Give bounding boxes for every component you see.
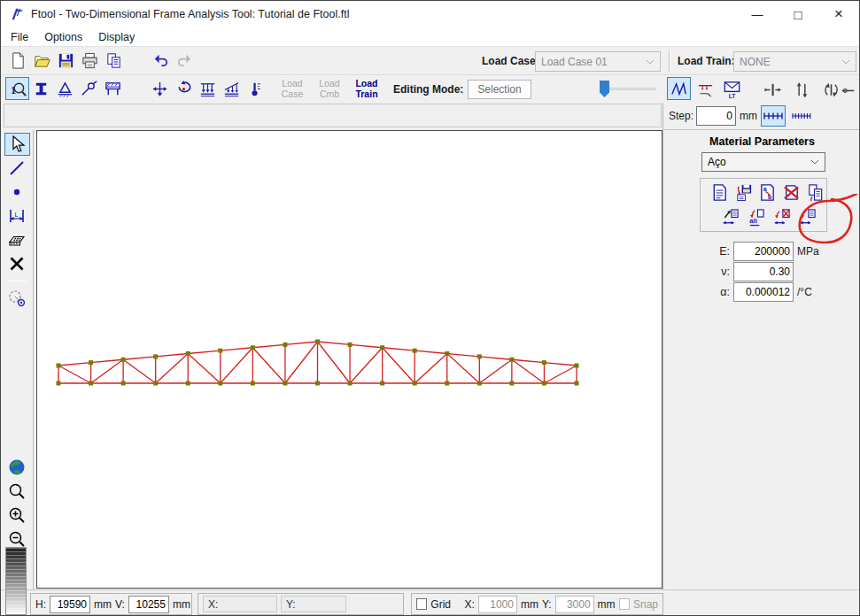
move-horizontal-icon bbox=[763, 81, 782, 99]
attribute-strip bbox=[4, 104, 662, 127]
load-case-dropdown[interactable]: Load Case 01 bbox=[535, 51, 661, 72]
mat-new-button[interactable] bbox=[709, 181, 731, 204]
mat-copy-button[interactable] bbox=[804, 181, 826, 204]
svg-text:all: all bbox=[749, 217, 756, 225]
load-train-button[interactable]: LoadTrain bbox=[352, 79, 382, 99]
mat-get-from-member-icon bbox=[798, 208, 817, 227]
support-button[interactable] bbox=[53, 77, 77, 100]
load-train-dropdown[interactable]: NONE bbox=[733, 51, 856, 72]
new-file-button[interactable] bbox=[6, 49, 30, 72]
move-vertical-button[interactable] bbox=[790, 78, 813, 101]
mat-delete-button[interactable] bbox=[780, 181, 802, 204]
material-dropdown[interactable]: Aço bbox=[701, 152, 825, 172]
editing-mode-label: Editing Mode: bbox=[393, 83, 463, 96]
mat-apply-all-button[interactable]: all bbox=[745, 206, 767, 228]
temperature-button[interactable] bbox=[244, 77, 267, 100]
mat-apply-selected-button[interactable] bbox=[771, 206, 793, 228]
keyboard-input-button[interactable] bbox=[4, 228, 30, 251]
copy-icon bbox=[105, 51, 123, 70]
maximize-button[interactable]: □ bbox=[778, 1, 818, 27]
step-increment-button[interactable] bbox=[761, 105, 786, 127]
diagram-display-icon bbox=[670, 80, 688, 98]
temperature-icon bbox=[246, 80, 265, 98]
new-file-icon bbox=[9, 51, 27, 70]
titlebar: Ftool - Two-Dimensional Frame Analysis T… bbox=[1, 1, 859, 27]
dimension-button[interactable]: L bbox=[4, 204, 30, 227]
world-view-button[interactable] bbox=[4, 456, 30, 479]
select-cursor-button[interactable] bbox=[4, 133, 30, 156]
redo-button[interactable] bbox=[173, 49, 197, 72]
alpha-label: α: bbox=[677, 286, 730, 298]
rotate-button[interactable] bbox=[819, 78, 842, 101]
alpha-input[interactable] bbox=[733, 282, 794, 302]
step-unit: mm bbox=[740, 110, 757, 122]
close-button[interactable]: × bbox=[818, 1, 859, 27]
E-input[interactable] bbox=[733, 242, 794, 261]
move-vertical-icon bbox=[793, 81, 811, 99]
section-properties-button[interactable] bbox=[29, 77, 53, 100]
minimize-button[interactable]: — bbox=[737, 1, 778, 27]
h-input[interactable] bbox=[50, 596, 90, 613]
load-cmb-button[interactable]: LoadCmb bbox=[314, 79, 345, 99]
file-toolbar: Load Case: Load Case 01 Load Train: NONE bbox=[1, 47, 859, 75]
snap-settings-button[interactable] bbox=[4, 287, 30, 310]
menu-options[interactable]: Options bbox=[36, 29, 90, 45]
insert-node-button[interactable] bbox=[4, 181, 30, 204]
delete-button[interactable] bbox=[4, 252, 30, 275]
mat-delete-icon bbox=[782, 183, 801, 202]
print-button[interactable] bbox=[78, 49, 102, 72]
grid-x-label: X: bbox=[465, 598, 475, 611]
moment-load-button[interactable] bbox=[172, 77, 196, 100]
nu-label: ν: bbox=[677, 266, 730, 278]
linear-load-button[interactable] bbox=[220, 77, 244, 100]
step-increment-icon bbox=[763, 110, 784, 122]
mat-get-from-member-button[interactable] bbox=[796, 206, 818, 228]
save-file-icon bbox=[57, 51, 75, 70]
editing-mode-button[interactable]: Selection bbox=[468, 80, 531, 99]
mat-save-icon bbox=[734, 183, 753, 202]
save-file-button[interactable] bbox=[54, 49, 78, 72]
model-canvas[interactable] bbox=[36, 130, 662, 589]
nu-input[interactable] bbox=[733, 262, 794, 281]
mat-save-button[interactable] bbox=[732, 181, 755, 204]
mat-apply-button[interactable] bbox=[719, 206, 741, 228]
v-input[interactable] bbox=[128, 596, 169, 613]
grid-checkbox[interactable] bbox=[416, 598, 427, 610]
zoom-in-button[interactable] bbox=[4, 504, 30, 527]
copy-button[interactable] bbox=[102, 49, 126, 72]
mat-rename-button[interactable]: ab bbox=[756, 181, 779, 204]
uniform-load-button[interactable] bbox=[196, 77, 220, 100]
nodal-load-button[interactable] bbox=[148, 77, 172, 100]
step-input[interactable] bbox=[696, 106, 736, 126]
delete-icon bbox=[7, 254, 27, 273]
chevron-down-icon bbox=[646, 59, 655, 65]
undo-button[interactable] bbox=[149, 49, 173, 72]
move-horizontal-button[interactable] bbox=[761, 78, 784, 101]
frame-attributes-button[interactable] bbox=[101, 77, 125, 100]
menu-display[interactable]: Display bbox=[90, 29, 143, 45]
hinge-button[interactable] bbox=[77, 77, 101, 100]
mat-copy-icon bbox=[806, 183, 825, 202]
ftool-logo-icon bbox=[9, 6, 25, 22]
field-row-nu: ν: bbox=[663, 262, 860, 281]
panel-title: Material Parameters bbox=[663, 135, 860, 148]
linear-load-icon bbox=[222, 80, 241, 98]
grid-y-input[interactable] bbox=[555, 596, 594, 613]
influence-line-button[interactable] bbox=[693, 77, 717, 100]
step-divisions-button[interactable] bbox=[789, 105, 814, 127]
zoom-window-button[interactable] bbox=[4, 480, 30, 503]
menu-file[interactable]: File bbox=[3, 29, 36, 45]
insert-member-button[interactable] bbox=[4, 157, 30, 180]
open-file-button[interactable] bbox=[30, 49, 54, 72]
member-orientation-button[interactable] bbox=[848, 78, 860, 101]
grid-snap-group: Grid X: mm Y: mm Snap bbox=[411, 593, 663, 615]
grid-x-input[interactable] bbox=[478, 596, 517, 613]
model-size-group: H: mm V: mm bbox=[30, 593, 192, 615]
snap-checkbox[interactable] bbox=[619, 598, 630, 610]
snap-settings-icon bbox=[7, 289, 27, 308]
envelope-lt-button[interactable]: LT bbox=[720, 77, 744, 100]
load-case-button[interactable]: LoadCase bbox=[277, 79, 307, 99]
diagram-display-button[interactable] bbox=[667, 77, 691, 100]
material-inspect-button[interactable]: 1 bbox=[5, 77, 29, 100]
nodal-load-icon bbox=[151, 80, 169, 98]
